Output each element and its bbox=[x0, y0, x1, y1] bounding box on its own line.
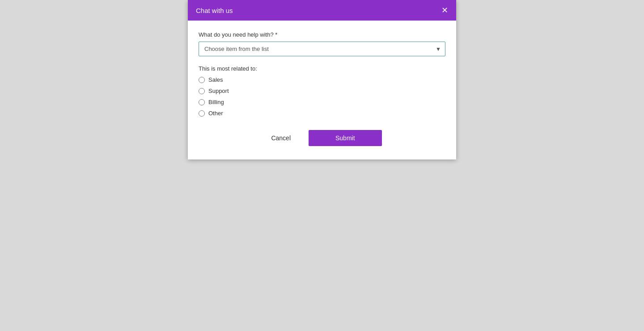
help-field-label: What do you need help with? * bbox=[199, 31, 445, 38]
radio-sales-label[interactable]: Sales bbox=[208, 76, 223, 83]
button-row: Cancel Submit bbox=[199, 130, 445, 146]
radio-other-label[interactable]: Other bbox=[208, 110, 223, 117]
radio-support[interactable] bbox=[199, 88, 205, 94]
modal-title: Chat with us bbox=[196, 7, 233, 14]
radio-support-label[interactable]: Support bbox=[208, 88, 229, 94]
modal-body: What do you need help with? * Choose ite… bbox=[188, 21, 456, 159]
modal-overlay: Chat with us ✕ What do you need help wit… bbox=[0, 0, 644, 331]
radio-item-sales[interactable]: Sales bbox=[199, 76, 445, 83]
chat-modal: Chat with us ✕ What do you need help wit… bbox=[188, 0, 456, 159]
modal-header: Chat with us ✕ bbox=[188, 0, 456, 21]
radio-item-other[interactable]: Other bbox=[199, 110, 445, 117]
radio-group: Sales Support Billing Other bbox=[199, 76, 445, 117]
radio-sales[interactable] bbox=[199, 77, 205, 83]
radio-other[interactable] bbox=[199, 110, 205, 117]
radio-item-billing[interactable]: Billing bbox=[199, 99, 445, 105]
submit-button[interactable]: Submit bbox=[309, 130, 382, 146]
radio-billing[interactable] bbox=[199, 99, 205, 105]
select-wrapper: Choose item from the list General Inquir… bbox=[199, 42, 445, 56]
radio-billing-label[interactable]: Billing bbox=[208, 99, 224, 105]
related-to-label: This is most related to: bbox=[199, 65, 445, 72]
radio-item-support[interactable]: Support bbox=[199, 88, 445, 94]
cancel-button[interactable]: Cancel bbox=[262, 131, 300, 145]
close-button[interactable]: ✕ bbox=[441, 6, 448, 14]
help-topic-select[interactable]: Choose item from the list General Inquir… bbox=[199, 42, 445, 56]
